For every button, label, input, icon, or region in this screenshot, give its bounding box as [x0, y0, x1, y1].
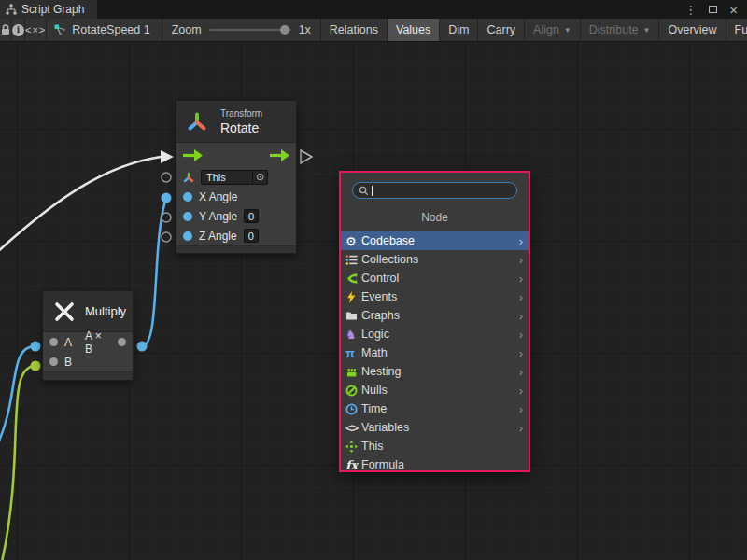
transform-mini-icon [183, 172, 194, 183]
graph-toolbar: i <×> RotateSpeed 1 Zoom 1x RelationsVal… [0, 19, 747, 42]
chevron-right-icon: › [519, 291, 523, 303]
y-angle-value-field[interactable]: 0 [244, 209, 259, 223]
toolbar-button-carry[interactable]: Carry [478, 19, 525, 41]
x-angle-label: X Angle [199, 190, 237, 203]
chevron-right-icon: › [519, 273, 523, 285]
finder-item-control[interactable]: Control› [341, 269, 529, 287]
flow-output-port[interactable] [301, 150, 312, 163]
finder-item-codebase[interactable]: ⚙Codebase› [341, 231, 529, 250]
lightning-icon [345, 291, 361, 303]
chevron-right-icon: › [519, 329, 523, 341]
b-label: B [64, 356, 72, 369]
flow-in-arrow-icon[interactable] [183, 149, 203, 161]
tab-title: Script Graph [21, 3, 84, 16]
finder-item-label: Nulls [361, 384, 519, 397]
port-zangle-input[interactable] [162, 232, 171, 242]
tab-script-graph[interactable]: Script Graph [0, 0, 97, 19]
multiply-row-a: A A × B [43, 332, 133, 352]
port-b-input[interactable] [31, 361, 41, 371]
lock-button[interactable] [0, 19, 12, 41]
b-port-dot[interactable] [49, 357, 58, 366]
z-angle-value-field[interactable]: 0 [244, 229, 259, 243]
output-label: A × B [85, 329, 111, 356]
chevron-right-icon: › [519, 310, 523, 322]
port-yangle-input[interactable] [162, 213, 171, 222]
port-multiply-output[interactable] [137, 342, 148, 352]
z-angle-port-dot[interactable] [183, 231, 192, 241]
port-this-input[interactable] [162, 173, 171, 182]
dropdown-arrow-icon: ▼ [564, 26, 571, 35]
graph-hierarchy-icon [6, 4, 17, 15]
finder-item-collections[interactable]: Collections› [341, 250, 529, 269]
z-angle-row: Z Angle 0 [176, 226, 296, 245]
output-port-dot[interactable] [118, 338, 126, 346]
port-a-input[interactable] [31, 342, 41, 352]
graph-canvas[interactable]: Transform Rotate This [0, 42, 747, 560]
object-picker-icon[interactable]: ⊙ [252, 171, 267, 184]
toolbar-button-align[interactable]: Align▼ [525, 19, 581, 41]
rotate-node-header[interactable]: Transform Rotate [176, 101, 296, 143]
finder-item-nesting[interactable]: Nesting› [341, 362, 529, 381]
rotate-node[interactable]: Transform Rotate This [176, 100, 297, 254]
node-category: Transform [220, 108, 262, 119]
chevron-right-icon: › [519, 235, 523, 247]
finder-item-label: Nesting [361, 365, 519, 378]
zoom-slider-handle[interactable] [280, 25, 289, 35]
toolbar-button-relations[interactable]: Relations [321, 19, 388, 41]
toolbar-button-dim[interactable]: Dim [440, 19, 478, 41]
maximize-icon[interactable] [709, 6, 717, 13]
finder-item-this[interactable]: This [341, 437, 529, 455]
finder-item-label: Control [361, 272, 519, 285]
zoom-control: Zoom 1x [162, 19, 321, 41]
branch-icon [345, 273, 361, 285]
info-button[interactable]: i [12, 19, 25, 41]
toolbar-button-distribute[interactable]: Distribute▼ [581, 19, 660, 41]
finder-item-time[interactable]: Time› [341, 399, 529, 418]
finder-list: ⚙Codebase›Collections›Control›Events›Gra… [341, 231, 529, 474]
chevron-right-icon: › [519, 422, 523, 434]
finder-item-formula[interactable]: fxFormula [341, 455, 529, 474]
zoom-value: 1x [299, 23, 311, 36]
this-object-field[interactable]: This ⊙ [201, 170, 268, 185]
wire-into-b[interactable] [2, 366, 35, 560]
toolbar-button-overview[interactable]: Overview [659, 19, 726, 41]
x-angle-port-dot[interactable] [183, 192, 192, 202]
z-angle-label: Z Angle [199, 230, 237, 243]
close-icon[interactable]: × [729, 3, 738, 17]
zoom-slider[interactable] [209, 29, 291, 31]
finder-item-math[interactable]: πMath› [341, 343, 529, 362]
toolbar-button-full-screen[interactable]: Full Screen [726, 19, 747, 41]
graph-breadcrumb[interactable]: RotateSpeed 1 [47, 19, 162, 41]
this-icon [345, 441, 361, 453]
clock-icon [345, 403, 361, 415]
kebab-menu-icon[interactable]: ⋮ [684, 4, 697, 16]
y-angle-label: Y Angle [199, 210, 237, 223]
wire-flow-input[interactable] [0, 157, 161, 253]
window-controls: ⋮ × [684, 0, 747, 19]
flow-input-arrowhead [161, 150, 174, 163]
code-preview-button[interactable]: <×> [25, 19, 47, 41]
y-angle-port-dot[interactable] [183, 212, 192, 221]
finder-item-variables[interactable]: <>Variables› [341, 418, 529, 437]
finder-item-label: This [361, 440, 523, 453]
graph-name: RotateSpeed 1 [72, 23, 149, 36]
finder-item-label: Events [361, 290, 519, 303]
multiply-node-header[interactable]: Multiply [43, 291, 133, 332]
port-xangle-input[interactable] [162, 193, 172, 203]
nesting-icon [345, 366, 361, 378]
finder-item-nulls[interactable]: Nulls› [341, 381, 529, 399]
a-port-dot[interactable] [49, 338, 58, 346]
toolbar-button-values[interactable]: Values [388, 19, 440, 41]
null-icon [345, 385, 361, 397]
finder-item-graphs[interactable]: Graphs› [341, 306, 529, 325]
flow-out-arrow-icon[interactable] [270, 149, 289, 161]
finder-item-label: Codebase [361, 234, 519, 247]
finder-search-field[interactable] [352, 182, 517, 199]
multiply-node[interactable]: Multiply A A × B B [42, 290, 134, 381]
lock-icon [0, 23, 11, 36]
fx-icon: fx [345, 459, 361, 471]
finder-item-events[interactable]: Events› [341, 287, 529, 306]
knight-icon: ♞ [345, 329, 361, 341]
finder-item-logic[interactable]: ♞Logic› [341, 325, 529, 343]
node-title: Multiply [85, 304, 126, 318]
